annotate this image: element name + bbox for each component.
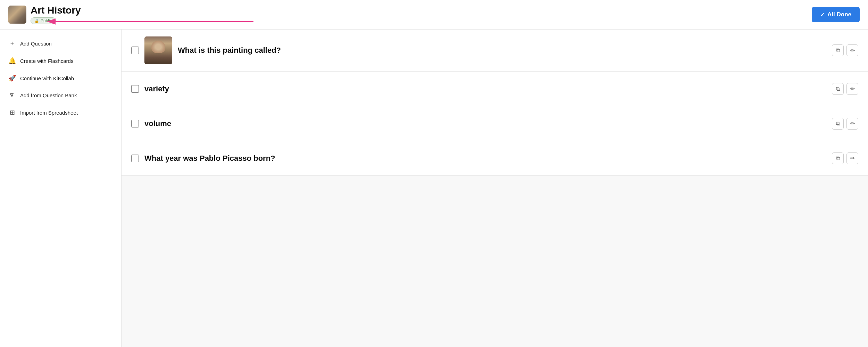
check-icon: ✓ [820,11,825,18]
copy-button[interactable]: ⧉ [832,118,844,130]
question-checkbox[interactable] [131,85,139,93]
rocket-icon: 🚀 [8,74,16,82]
main-layout: + Add Question 🔔 Create with Flashcards … [0,30,868,347]
question-checkbox[interactable] [131,47,139,54]
avatar [8,6,26,24]
question-actions: ⧉ ✏ [832,44,858,56]
question-actions: ⧉ ✏ [832,83,858,95]
copy-icon: ⧉ [836,47,840,53]
public-badge[interactable]: 🔒 Public [31,17,56,24]
sidebar-item-label: Import from Spreadsheet [20,110,78,116]
copy-icon: ⧉ [836,155,840,162]
question-text: What is this painting called? [178,46,826,55]
edit-button[interactable]: ✏ [846,152,858,164]
sidebar-item-label: Add from Question Bank [20,92,77,98]
edit-icon: ✏ [850,47,855,54]
question-image [144,36,172,64]
badge-label: Public [41,18,52,23]
edit-button[interactable]: ✏ [846,83,858,95]
table-row: What year was Pablo Picasso born? ⧉ ✏ [122,141,868,176]
table-row: volume ⧉ ✏ [122,106,868,141]
avatar-image [8,6,26,24]
copy-icon: ⧉ [836,121,840,127]
edit-button[interactable]: ✏ [846,44,858,56]
title-area: Art History 🔒 Public [31,5,81,24]
copy-icon: ⧉ [836,86,840,92]
header: Art History 🔒 Public ✓ All Done [0,0,868,30]
sidebar-item-continue-kitcollab[interactable]: 🚀 Continue with KitCollab [0,69,121,87]
question-actions: ⧉ ✏ [832,118,858,130]
bell-icon: 🔔 [8,57,16,65]
sidebar-item-import-spreadsheet[interactable]: ⊞ Import from Spreadsheet [0,104,121,121]
sidebar: + Add Question 🔔 Create with Flashcards … [0,30,122,347]
questions-content: What is this painting called? ⧉ ✏ variet… [122,30,868,347]
edit-icon: ✏ [850,120,855,127]
lock-icon: 🔒 [34,19,39,23]
table-row: What is this painting called? ⧉ ✏ [122,30,868,72]
edit-button[interactable]: ✏ [846,118,858,130]
all-done-label: All Done [827,11,851,18]
sidebar-item-add-question-bank[interactable]: ⛛ Add from Question Bank [0,87,121,104]
question-checkbox[interactable] [131,155,139,162]
sidebar-item-create-flashcards[interactable]: 🔔 Create with Flashcards [0,52,121,69]
edit-icon: ✏ [850,85,855,92]
header-left: Art History 🔒 Public [8,5,81,24]
all-done-button[interactable]: ✓ All Done [812,7,860,22]
question-text: volume [144,119,826,128]
page-title: Art History [31,5,81,16]
question-text: What year was Pablo Picasso born? [144,154,826,163]
sidebar-item-label: Add Question [20,41,52,47]
sidebar-item-label: Create with Flashcards [20,58,73,64]
question-checkbox[interactable] [131,120,139,127]
copy-button[interactable]: ⧉ [832,44,844,56]
edit-icon: ✏ [850,155,855,162]
table-row: variety ⧉ ✏ [122,72,868,106]
table-icon: ⊞ [8,109,16,116]
funnel-icon: ⛛ [8,92,16,99]
copy-button[interactable]: ⧉ [832,152,844,164]
question-text: variety [144,84,826,93]
copy-button[interactable]: ⧉ [832,83,844,95]
sidebar-item-add-question[interactable]: + Add Question [0,35,121,52]
mona-lisa-thumbnail [144,36,172,64]
plus-icon: + [8,40,16,47]
sidebar-item-label: Continue with KitCollab [20,75,74,81]
question-actions: ⧉ ✏ [832,152,858,164]
